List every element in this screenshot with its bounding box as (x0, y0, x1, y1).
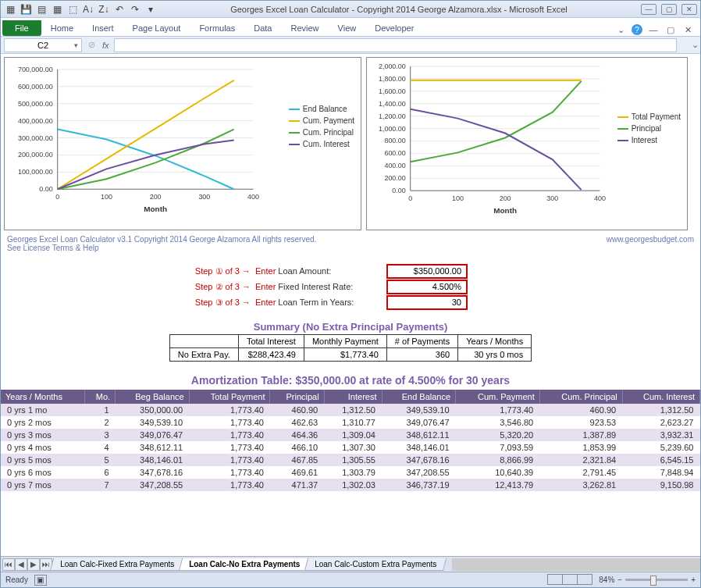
svg-text:100,000.00: 100,000.00 (18, 168, 53, 176)
step-label: Step ② of 3 → (179, 282, 251, 292)
sheet-tab-active[interactable]: Loan Calc-No Extra Payments (179, 558, 311, 571)
zoom-level[interactable]: 84% (599, 576, 614, 584)
table-row[interactable]: 0 yrs 4 mos4348,612.111,773.40466.101,30… (1, 441, 700, 454)
svg-text:300,000.00: 300,000.00 (18, 134, 53, 142)
ribbon-tab-insert[interactable]: Insert (83, 20, 123, 36)
window-minimize-icon[interactable]: — (647, 23, 660, 36)
svg-text:600,000.00: 600,000.00 (18, 83, 53, 91)
ribbon-tab-formulas[interactable]: Formulas (190, 20, 244, 36)
legend-item: Cum. Payment (303, 116, 354, 125)
svg-text:400: 400 (594, 194, 606, 202)
input-steps: Step ① of 3 → Enter Loan Amount: $350,00… (179, 263, 700, 310)
qat-icon[interactable]: ▦ (51, 3, 63, 16)
qat-icon[interactable]: ▤ (35, 3, 48, 16)
step-label: Step ① of 3 → (179, 266, 251, 276)
qat-icon[interactable]: ⬚ (66, 3, 79, 16)
minimize-button[interactable]: — (641, 4, 657, 15)
formula-bar-expand-icon[interactable]: ⌄ (689, 40, 700, 50)
next-sheet-icon[interactable]: ▶ (27, 558, 40, 571)
interest-rate-input[interactable]: 4.500% (386, 280, 468, 294)
table-row[interactable]: 0 yrs 7 mos7347,208.551,773.40471.371,30… (1, 479, 700, 491)
svg-text:400,000.00: 400,000.00 (18, 117, 53, 125)
formula-bar[interactable] (114, 38, 677, 52)
website-link[interactable]: www.georgesbudget.com (607, 235, 694, 252)
undo-icon[interactable]: ↶ (113, 3, 126, 16)
name-box[interactable]: C2 (4, 38, 82, 52)
excel-icon: ▦ (4, 3, 16, 16)
svg-text:400: 400 (247, 193, 259, 201)
svg-text:800.00: 800.00 (384, 137, 405, 144)
ribbon-tab-page-layout[interactable]: Page Layout (123, 20, 190, 36)
ribbon-tab-developer[interactable]: Developer (365, 20, 423, 36)
svg-text:200: 200 (150, 193, 162, 201)
table-row[interactable]: 0 yrs 6 mos6347,678.161,773.40469.611,30… (1, 466, 700, 479)
macro-record-icon[interactable]: ▣ (34, 575, 47, 586)
chart1-xlabel: Month (144, 205, 167, 213)
amort-header: Principal (270, 390, 324, 404)
amort-header: End Balance (382, 390, 456, 404)
window-controls: — ▢ ✕ (641, 4, 697, 15)
qat-dropdown-icon[interactable]: ▾ (144, 3, 157, 16)
svg-text:1,000.00: 1,000.00 (379, 125, 406, 133)
ribbon-tabs: File Home Insert Page Layout Formulas Da… (1, 18, 700, 37)
svg-text:0.00: 0.00 (39, 185, 52, 193)
sheet-tabs: ⏮ ◀ ▶ ⏭ Loan Calc-Fixed Extra Payments L… (1, 556, 700, 572)
status-bar: Ready ▣ 84% − + (1, 572, 700, 587)
amort-header: Years / Months (1, 390, 84, 404)
table-row[interactable]: 0 yrs 5 mos5348,146.011,773.40467.851,30… (1, 454, 700, 466)
svg-text:1,400.00: 1,400.00 (379, 100, 406, 108)
svg-text:1,600.00: 1,600.00 (379, 87, 406, 95)
svg-text:600.00: 600.00 (384, 149, 405, 157)
redo-icon[interactable]: ↷ (129, 3, 141, 16)
sheet-tab[interactable]: Loan Calc-Fixed Extra Payments (50, 558, 184, 571)
close-button[interactable]: ✕ (681, 4, 697, 15)
zoom-out-button[interactable]: − (617, 576, 622, 584)
ribbon-minimize-icon[interactable]: ⌄ (614, 23, 627, 36)
svg-text:0.00: 0.00 (392, 187, 405, 194)
amort-header: Beg Balance (116, 390, 190, 404)
worksheet-content: 700,000.00600,000.00 500,000.00400,000.0… (1, 54, 700, 555)
zoom-in-button[interactable]: + (691, 576, 696, 584)
svg-text:0: 0 (408, 194, 412, 202)
svg-text:500,000.00: 500,000.00 (18, 100, 53, 108)
license-link[interactable]: See License Terms & Help (7, 244, 316, 252)
legend-item: Interest (632, 136, 657, 144)
maximize-button[interactable]: ▢ (661, 4, 677, 15)
sort-asc-icon[interactable]: A↓ (82, 3, 94, 16)
amort-title: Amortization Table: $350,000.00 at rate … (1, 374, 700, 387)
legend-item: Cum. Interest (303, 140, 350, 148)
zoom-slider[interactable] (625, 579, 688, 581)
window-restore-icon[interactable]: ▢ (664, 23, 677, 36)
svg-text:200.00: 200.00 (384, 174, 405, 182)
summary-title: Summary (No Extra Principal Payments) (132, 321, 569, 333)
first-sheet-icon[interactable]: ⏮ (2, 558, 15, 571)
save-icon[interactable]: 💾 (20, 3, 32, 16)
copyright-text: Georges Excel Loan Calculator v3.1 Copyr… (7, 235, 316, 244)
prev-sheet-icon[interactable]: ◀ (15, 558, 27, 571)
ribbon-tab-view[interactable]: View (329, 20, 366, 36)
horizontal-scrollbar[interactable] (452, 558, 700, 571)
fx-label[interactable]: fx (102, 41, 109, 50)
chart-cumulative[interactable]: 700,000.00600,000.00 500,000.00400,000.0… (4, 57, 361, 230)
window-close-icon[interactable]: ✕ (681, 23, 694, 36)
ribbon-tab-home[interactable]: Home (41, 20, 83, 36)
sort-desc-icon[interactable]: Z↓ (98, 3, 110, 16)
table-row[interactable]: 0 yrs 2 mos2349,539.101,773.40462.631,31… (1, 416, 700, 429)
ribbon-tab-data[interactable]: Data (244, 20, 281, 36)
file-tab[interactable]: File (2, 20, 41, 36)
svg-text:200,000.00: 200,000.00 (18, 151, 53, 159)
loan-term-input[interactable]: 30 (386, 295, 468, 310)
loan-amount-input[interactable]: $350,000.00 (386, 264, 468, 279)
view-buttons[interactable] (548, 574, 592, 586)
legend-item: End Balance (303, 105, 347, 113)
amort-header: Cum. Principal (539, 390, 622, 404)
sheet-tab[interactable]: Loan Calc-Custom Extra Payments (304, 558, 447, 571)
svg-text:300: 300 (546, 194, 558, 202)
chart-monthly[interactable]: 2,000.001,800.001,600.00 1,400.001,200.0… (366, 57, 688, 230)
help-icon[interactable]: ? (632, 24, 642, 35)
ribbon-tab-review[interactable]: Review (281, 20, 328, 36)
table-row[interactable]: 0 yrs 3 mos3349,076.471,773.40464.361,30… (1, 429, 700, 441)
fx-cancel-icon[interactable]: ⊘ (85, 40, 98, 50)
svg-text:2,000.00: 2,000.00 (379, 62, 406, 70)
table-row[interactable]: 0 yrs 1 mo1350,000.001,773.40460.901,312… (1, 404, 700, 416)
